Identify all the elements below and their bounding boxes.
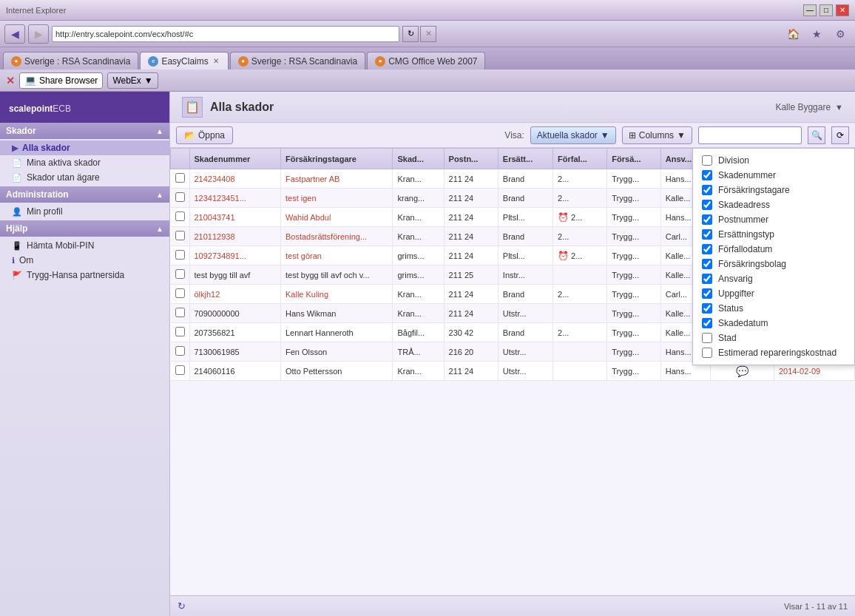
- visa-dropdown[interactable]: Aktuella skador ▼: [530, 126, 616, 144]
- refresh-button[interactable]: ↻: [402, 26, 419, 42]
- sidebar-item-min-profil[interactable]: 👤 Min profil: [0, 204, 169, 219]
- col-checkbox-estimerad[interactable]: [702, 348, 712, 358]
- tab-sverige2[interactable]: ● Sverige : RSA Scandinavia: [230, 52, 365, 70]
- cell-forsakringstagare[interactable]: test göran: [280, 246, 393, 265]
- webex-button[interactable]: WebEx ▼: [107, 72, 158, 89]
- row-checkbox[interactable]: [175, 211, 185, 221]
- cell-skadenummer[interactable]: 210112938: [189, 227, 280, 246]
- search-input[interactable]: [698, 126, 802, 144]
- sidebar-section-hjalp[interactable]: Hjälp ▲: [0, 220, 169, 237]
- address-bar[interactable]: [52, 26, 399, 42]
- share-browser-button[interactable]: 💻 Share Browser: [19, 72, 103, 89]
- open-button[interactable]: 📂 Öppna: [176, 126, 233, 144]
- row-checkbox[interactable]: [175, 192, 185, 202]
- cell-forsakringstagare[interactable]: Kalle Kuling: [280, 285, 393, 304]
- stop-button[interactable]: ✕: [420, 26, 436, 42]
- favorites-button[interactable]: ★: [806, 24, 827, 44]
- window-controls: — □ ✕: [803, 4, 849, 16]
- settings-button[interactable]: ⚙: [830, 24, 851, 44]
- row-checkbox[interactable]: [175, 308, 185, 317]
- tab-cmg[interactable]: ● CMG Office Web 2007: [367, 52, 485, 70]
- tab-close-easyclaims[interactable]: ✕: [212, 57, 220, 65]
- sidebar-item-skador-utan[interactable]: 📄 Skador utan ägare: [0, 170, 169, 185]
- col-header-skad[interactable]: Skad...: [393, 149, 444, 169]
- col-checkbox-status[interactable]: [702, 303, 712, 314]
- sidebar-item-alla-skador[interactable]: ▶ Alla skador: [0, 141, 169, 155]
- cell-forsa: Trygg...: [607, 304, 660, 323]
- col-panel-item-forsakringsbolag[interactable]: Försäkringsbolag: [693, 257, 854, 271]
- maximize-button[interactable]: □: [819, 4, 833, 16]
- sidebar-administration-items: 👤 Min profil: [0, 203, 169, 220]
- refresh-small-button[interactable]: ⟳: [831, 126, 849, 144]
- col-header-skadenummer[interactable]: Skadenummer: [189, 149, 280, 169]
- sidebar-item-trygg-hansa[interactable]: 🚩 Trygg-Hansa partnersida: [0, 268, 169, 282]
- col-checkbox-forsakringsbolag[interactable]: [702, 259, 712, 269]
- back-button[interactable]: ◀: [4, 24, 25, 44]
- col-panel-item-skadedatum[interactable]: Skadedatum: [693, 316, 854, 331]
- columns-button[interactable]: ⊞ Columns ▼: [622, 126, 692, 144]
- col-checkbox-division[interactable]: [702, 155, 712, 166]
- col-header-postnr[interactable]: Postn...: [444, 149, 498, 169]
- cell-skadenummer[interactable]: 1234123451...: [189, 189, 280, 208]
- row-checkbox[interactable]: [175, 288, 185, 298]
- row-checkbox[interactable]: [175, 346, 185, 356]
- col-panel-item-ansvarig[interactable]: Ansvarig: [693, 271, 854, 286]
- col-panel-item-skadeadress[interactable]: Skadeadress: [693, 197, 854, 212]
- search-button[interactable]: 🔍: [808, 126, 825, 144]
- col-header-forsakringstagare[interactable]: Försäkringstagare: [280, 149, 393, 169]
- home-button[interactable]: 🏠: [783, 24, 803, 44]
- col-panel-item-uppgifter[interactable]: Uppgifter: [693, 286, 854, 301]
- cell-forsakringstagare[interactable]: Wahid Abdul: [280, 208, 393, 227]
- sidebar-section-skador[interactable]: Skador ▲: [0, 123, 169, 139]
- forward-button[interactable]: ▶: [28, 24, 49, 44]
- row-checkbox[interactable]: [175, 327, 185, 336]
- cell-skadenummer[interactable]: 210043741: [189, 208, 280, 227]
- col-panel-item-stad[interactable]: Stad: [693, 331, 854, 345]
- close-button[interactable]: ✕: [836, 4, 849, 16]
- minimize-button[interactable]: —: [803, 4, 817, 16]
- col-checkbox-uppgifter[interactable]: [702, 288, 712, 299]
- cell-skadenummer[interactable]: 1092734891...: [189, 246, 280, 265]
- col-header-forsa[interactable]: Försä...: [607, 149, 660, 169]
- row-checkbox[interactable]: [175, 250, 185, 260]
- col-panel-item-forfallodatum[interactable]: Förfallodatum: [693, 242, 854, 257]
- col-header-ersatt[interactable]: Ersätt...: [498, 149, 552, 169]
- cell-skadenummer[interactable]: ölkjh12: [189, 285, 280, 304]
- col-panel-item-forsakringstagare[interactable]: Försäkringstagare: [693, 183, 854, 197]
- cell-forsakringstagare[interactable]: Fastpartner AB: [280, 169, 393, 189]
- col-checkbox-forsakringstagare[interactable]: [702, 185, 712, 195]
- sidebar-item-om[interactable]: ℹ Om: [0, 253, 169, 268]
- cell-skad: Kran...: [393, 208, 444, 227]
- col-panel-item-ersattningstyp[interactable]: Ersättningstyp: [693, 227, 854, 242]
- cell-forsakringstagare[interactable]: test igen: [280, 189, 393, 208]
- sidebar-item-mina-aktiva[interactable]: 📄 Mina aktiva skador: [0, 155, 169, 170]
- col-checkbox-stad[interactable]: [702, 333, 712, 343]
- user-dropdown-arrow[interactable]: ▼: [835, 103, 843, 112]
- col-panel-item-postnummer[interactable]: Postnummer: [693, 212, 854, 227]
- tab-sverige1[interactable]: ● Sverige : RSA Scandinavia: [3, 52, 138, 70]
- col-checkbox-forfallodatum[interactable]: [702, 244, 712, 254]
- row-checkbox[interactable]: [175, 173, 185, 183]
- cell-skadenummer[interactable]: 214234408: [189, 169, 280, 189]
- row-checkbox[interactable]: [175, 231, 185, 240]
- col-panel-item-status[interactable]: Status: [693, 301, 854, 316]
- sidebar-item-hamta-mobil[interactable]: 📱 Hämta Mobil-PIN: [0, 238, 169, 253]
- col-checkbox-ersattningstyp[interactable]: [702, 229, 712, 240]
- col-header-forfal[interactable]: Förfal...: [553, 149, 607, 169]
- toolbar-close-icon[interactable]: ✕: [6, 75, 15, 87]
- col-panel-item-skadenummer[interactable]: Skadenummer: [693, 168, 854, 183]
- footer-refresh-button[interactable]: ↻: [178, 600, 186, 612]
- tab-easyclaims[interactable]: e EasyClaims ✕: [140, 52, 228, 70]
- row-checkbox[interactable]: [175, 269, 185, 279]
- col-checkbox-ansvarig[interactable]: [702, 274, 712, 284]
- browser-toolbar: ✕ 💻 Share Browser WebEx ▼: [0, 70, 855, 92]
- col-checkbox-skadenummer[interactable]: [702, 170, 712, 180]
- col-checkbox-skadedatum[interactable]: [702, 318, 712, 328]
- sidebar-section-administration[interactable]: Administration ▲: [0, 186, 169, 203]
- col-panel-item-estimerad[interactable]: Estimerad repareringskostnad: [693, 345, 854, 360]
- col-checkbox-postnummer[interactable]: [702, 214, 712, 225]
- col-panel-item-division[interactable]: Division: [693, 153, 854, 168]
- cell-forsakringstagare[interactable]: Bostadsrättsförening...: [280, 227, 393, 246]
- row-checkbox[interactable]: [175, 365, 185, 375]
- col-checkbox-skadeadress[interactable]: [702, 200, 712, 210]
